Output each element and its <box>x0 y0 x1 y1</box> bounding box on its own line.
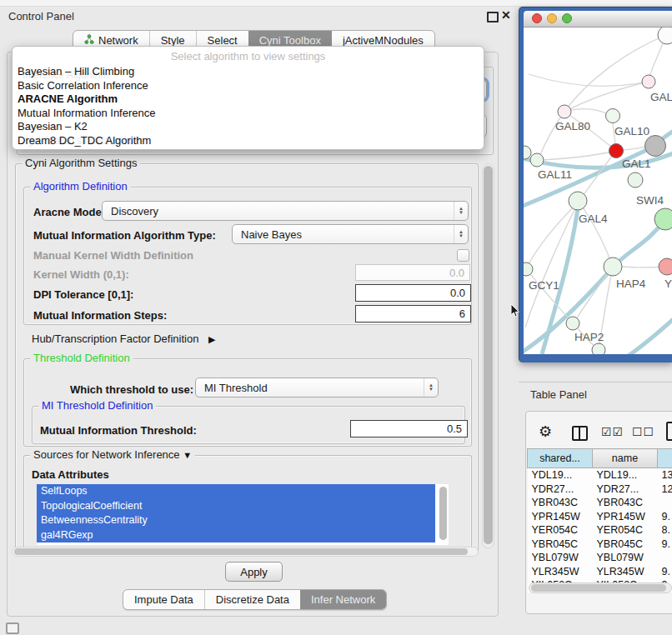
node-GAL1[interactable] <box>609 144 624 158</box>
network-edge[interactable] <box>538 112 564 160</box>
data-attribute-item[interactable]: gal4RGexp <box>37 528 435 543</box>
table-row[interactable]: YPR145WYPR145W9. <box>528 510 672 524</box>
node-gray[interactable] <box>645 136 666 157</box>
table-cell: 8. <box>658 523 672 538</box>
expander-collapsed-icon: ▶ <box>208 334 215 344</box>
close-panel-icon[interactable]: ✕ <box>501 8 511 22</box>
mi-steps-field[interactable]: 6 <box>355 305 471 322</box>
mi-threshold-field[interactable]: 0.5 <box>350 420 468 438</box>
node-GCY1[interactable] <box>524 262 533 276</box>
table-row[interactable]: YDR27...YDR27...12 <box>528 482 672 497</box>
new-table-icon[interactable] <box>666 422 672 441</box>
network-edge[interactable] <box>579 202 613 267</box>
settings-vertical-scrollbar[interactable] <box>482 163 494 548</box>
collapsed-panel-icon[interactable] <box>6 622 19 634</box>
algorithm-definition-title: Algorithm Definition <box>30 181 131 192</box>
network-edge[interactable] <box>526 269 574 323</box>
network-edge[interactable] <box>525 202 579 328</box>
manual-kernel-checkbox[interactable] <box>457 249 469 262</box>
zoom-window-icon[interactable] <box>562 13 572 23</box>
data-attributes-label: Data Attributes <box>32 468 109 481</box>
table-cell: YDR27... <box>593 482 658 497</box>
node-salmon[interactable] <box>659 258 672 275</box>
mi-type-combobox[interactable]: Naive Bayes ▲▼ <box>232 224 469 244</box>
cyni-algorithm-settings-title: Cyni Algorithm Settings <box>22 158 140 169</box>
network-edge[interactable] <box>538 151 616 160</box>
table-cell: 12 <box>658 482 672 497</box>
apply-button[interactable]: Apply <box>225 562 283 582</box>
node-GAL1-label: GAL1 <box>622 158 651 170</box>
table-cell: YPR145W <box>528 510 593 524</box>
data-attribute-item[interactable]: TopologicalCoefficient <box>37 499 435 514</box>
table-cell <box>658 551 672 565</box>
table-column-header[interactable]: name <box>593 449 658 468</box>
network-edge[interactable] <box>564 109 612 116</box>
node-GAL4[interactable] <box>569 192 587 210</box>
node-bottom[interactable] <box>592 343 605 354</box>
node-table: shared...name YDL19...YDL19...13YDR27...… <box>527 448 672 592</box>
node-GAL11[interactable] <box>530 153 544 167</box>
table-row[interactable]: YBR045CYBR045C9. <box>528 538 672 552</box>
kernel-width-field[interactable]: 0.0 <box>355 264 470 281</box>
node-GAL80[interactable] <box>558 105 571 118</box>
table-scroll-thumb[interactable] <box>531 584 666 592</box>
close-window-icon[interactable] <box>532 13 542 23</box>
node-big-green[interactable] <box>654 208 672 230</box>
table-row[interactable]: YDL19...YDL19...13 <box>528 468 672 482</box>
algorithm-list-item[interactable]: ARACNE Algorithm <box>13 92 484 107</box>
table-cell: YBR045C <box>528 538 593 552</box>
show-columns-icon[interactable] <box>572 426 588 441</box>
manual-kernel-label: Manual Kernel Width Definition <box>33 249 193 262</box>
node-top[interactable] <box>658 28 672 44</box>
attributes-scrollbar-thumb[interactable] <box>439 487 447 540</box>
aracne-mode-combobox[interactable]: Discovery ▲▼ <box>102 201 469 221</box>
table-settings-gear-icon[interactable]: ⚙ <box>539 422 552 441</box>
network-edge[interactable] <box>624 314 672 354</box>
data-attribute-item[interactable]: SelfLoops <box>37 484 435 499</box>
hub-definition-expander[interactable]: Hub/Transcription Factor Definition ▶ <box>32 332 215 345</box>
mi-threshold-label: Mutual Information Threshold: <box>40 424 197 437</box>
minimize-window-icon[interactable] <box>547 13 557 23</box>
node-HAP4[interactable] <box>604 258 622 276</box>
which-threshold-combobox[interactable]: MI Threshold ▲▼ <box>195 378 439 398</box>
node-GAL10[interactable] <box>606 109 620 123</box>
network-edge[interactable] <box>542 202 579 354</box>
table-cell: YBL079W <box>593 551 658 565</box>
table-column-header[interactable] <box>658 449 672 468</box>
tab-discretize-data[interactable]: Discretize Data <box>204 590 300 609</box>
table-cell: 9. <box>658 510 672 524</box>
data-attribute-item[interactable]: BetweennessCentrality <box>37 513 435 528</box>
network-canvas[interactable]: GALGAL80GAL10GAL1GAL11SWI4GAL4GCY1HAP4YH… <box>524 28 672 354</box>
mi-steps-label: Mutual Information Steps: <box>33 309 167 322</box>
horizontal-scroll-thumb[interactable] <box>14 548 468 555</box>
tab-infer-network[interactable]: Infer Network <box>300 590 386 609</box>
float-panel-icon[interactable] <box>487 12 499 22</box>
dpi-tolerance-field[interactable]: 0.0 <box>355 284 471 302</box>
network-edge[interactable] <box>526 202 579 269</box>
table-row[interactable]: YBR043CYBR043C <box>528 496 672 510</box>
node-GAL80-label: GAL80 <box>555 120 590 132</box>
expander-expanded-icon: ▼ <box>183 450 192 460</box>
table-horizontal-scrollbar[interactable] <box>529 582 672 593</box>
node-HAP2[interactable] <box>566 317 579 330</box>
deselect-all-icon[interactable]: ☐☐ <box>632 425 654 438</box>
node-edge-left[interactable] <box>524 146 531 159</box>
table-row[interactable]: YLR345WYLR345W9. <box>528 565 672 579</box>
table-cell: YER054C <box>528 523 593 538</box>
table-column-header[interactable]: shared... <box>528 449 593 468</box>
algorithm-list-item[interactable]: Mutual Information Inference <box>13 107 484 121</box>
table-row[interactable]: YER054CYER054C8. <box>528 523 672 538</box>
tab-impute-data[interactable]: Impute Data <box>123 590 204 609</box>
node-gal-partial[interactable] <box>642 75 655 88</box>
algorithm-placeholder: Select algorithm to view settings <box>13 50 484 63</box>
network-window-titlebar[interactable] <box>524 11 672 28</box>
select-all-icon[interactable]: ☑☑ <box>601 425 624 438</box>
sources-group-title[interactable]: Sources for Network Inference ▼ <box>30 449 195 461</box>
vertical-scroll-thumb[interactable] <box>484 166 493 544</box>
table-cell: 9. <box>658 538 672 552</box>
algorithm-list-item[interactable]: Bayesian – K2 <box>13 120 484 134</box>
table-row[interactable]: YBL079WYBL079W <box>528 551 672 565</box>
table-cell: YPR145W <box>593 510 658 524</box>
settings-horizontal-scrollbar[interactable] <box>12 547 479 557</box>
node-SWI4[interactable] <box>628 172 643 188</box>
